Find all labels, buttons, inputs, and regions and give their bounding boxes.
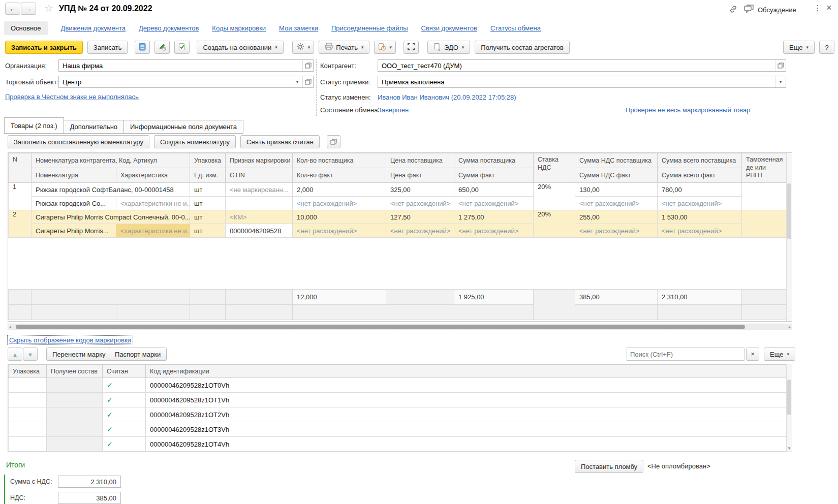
- get-aggregates-button[interactable]: Получить состав агрегатов: [475, 41, 569, 54]
- nav-link-marking-codes[interactable]: Коды маркировки: [212, 24, 266, 32]
- cell-vat-supplier[interactable]: 255,00: [575, 210, 658, 224]
- help-button[interactable]: ?: [819, 41, 834, 54]
- col-sum-supplier[interactable]: Сумма поставщика: [454, 153, 534, 168]
- cell-unit[interactable]: шт: [190, 224, 226, 238]
- nav-link-document-tree[interactable]: Дерево документов: [139, 24, 199, 32]
- cell-price-fact[interactable]: <нет расхождений>: [386, 197, 454, 210]
- cell-gtin[interactable]: [226, 197, 293, 210]
- cell-total-supplier[interactable]: 780,00: [658, 183, 742, 197]
- col-package[interactable]: Упаковка: [190, 153, 226, 168]
- col-gtin[interactable]: GTIN: [226, 168, 293, 183]
- open-form-icon[interactable]: [775, 60, 786, 71]
- panel-splitter[interactable]: [4, 333, 834, 333]
- more-button[interactable]: Еще ▾: [783, 41, 815, 54]
- honest-sign-check-link[interactable]: Проверка в Честном знаке не выполнялась: [5, 93, 139, 101]
- col-received-composition[interactable]: Получен состав: [47, 365, 103, 378]
- cell-received[interactable]: [47, 407, 103, 422]
- fill-matched-nomenclature-button[interactable]: Заполнить сопоставленную номенклатуру: [8, 135, 149, 148]
- search-input[interactable]: [630, 351, 741, 358]
- cell-sum-supplier[interactable]: 650,00: [454, 183, 534, 197]
- cell-package[interactable]: [9, 407, 47, 422]
- cell-code[interactable]: 00000046209528z1OT3Vh: [146, 422, 787, 437]
- trade-object-field[interactable]: Центр ▾: [58, 76, 314, 88]
- open-form-icon[interactable]: [327, 135, 340, 148]
- edo-button[interactable]: ЭДО ▾: [427, 41, 470, 54]
- col-marking-sign[interactable]: Признак маркировки: [226, 153, 293, 168]
- cell-vat-supplier[interactable]: 130,00: [575, 183, 658, 197]
- nav-link-my-notes[interactable]: Мои заметки: [279, 24, 318, 32]
- cell-code[interactable]: 00000046209528z1OT0Vh: [146, 378, 787, 393]
- cell-package[interactable]: [9, 437, 47, 452]
- marking-row[interactable]: ✓ 00000046209528z1OT0Vh: [9, 378, 787, 393]
- sum-with-vat-value[interactable]: 2 310,00: [58, 476, 121, 488]
- cell-received[interactable]: [47, 393, 103, 407]
- move-up-button[interactable]: ▲: [8, 348, 22, 361]
- back-button[interactable]: ←: [5, 3, 20, 15]
- goods-horizontal-scrollbar[interactable]: ◂ ▸: [8, 324, 792, 330]
- nav-link-document-relations[interactable]: Связи документов: [421, 24, 477, 32]
- col-nomenclature-group[interactable]: Номенклатура контрагента, Код, Артикул: [32, 153, 190, 168]
- cell-vat-rate[interactable]: 20%: [534, 183, 575, 210]
- col-scanned[interactable]: Считан: [103, 365, 146, 378]
- organization-field[interactable]: Наша фирма: [58, 59, 314, 72]
- cell-characteristic-selected[interactable]: <характеристики не и...: [116, 224, 190, 238]
- forward-button[interactable]: →: [21, 3, 36, 15]
- create-nomenclature-button[interactable]: Создать номенклатуру: [154, 135, 236, 148]
- move-down-button[interactable]: ▼: [23, 348, 38, 361]
- cell-code[interactable]: 00000046209528z1OT1Vh: [146, 393, 787, 407]
- goods-row-1-supplier[interactable]: 1 Рюкзак городской СофтБаланс, 00-000014…: [9, 183, 787, 197]
- cell-vat-fact[interactable]: <нет расхождений>: [575, 224, 658, 238]
- close-icon[interactable]: ×: [826, 3, 832, 13]
- col-sum-fact[interactable]: Сумма факт: [454, 168, 534, 183]
- cell-marking-sign[interactable]: <не маркированн...: [226, 183, 293, 197]
- cell-code[interactable]: 00000046209528z1OT2Vh: [146, 407, 787, 422]
- fullscreen-button[interactable]: [404, 41, 419, 54]
- col-qty-supplier[interactable]: Кол-во поставщика: [293, 153, 386, 168]
- cell-row-number[interactable]: 1: [9, 183, 32, 210]
- cell-package[interactable]: [9, 393, 47, 407]
- acceptance-status-field[interactable]: Приемка выполнена ▾: [378, 76, 786, 88]
- cell-package[interactable]: [9, 422, 47, 437]
- create-based-on-button[interactable]: Создать на основании ▾: [197, 41, 283, 54]
- col-package[interactable]: Упаковка: [9, 365, 47, 378]
- col-nomenclature[interactable]: Номенклатура: [32, 168, 116, 183]
- cell-vat-fact[interactable]: <нет расхождений>: [575, 197, 658, 210]
- cell-qty-supplier[interactable]: 10,000: [293, 210, 386, 224]
- cell-price-supplier[interactable]: 127,50: [386, 210, 454, 224]
- cell-vat-rate[interactable]: 20%: [534, 210, 575, 238]
- favorite-star-icon[interactable]: ☆: [44, 2, 53, 14]
- vat-value[interactable]: 385,00: [58, 492, 121, 504]
- cell-received[interactable]: [47, 378, 103, 393]
- tab-goods[interactable]: Товары (2 поз.): [4, 117, 64, 134]
- cell-sum-fact[interactable]: <нет расхождений>: [454, 197, 534, 210]
- col-characteristic[interactable]: Характеристика: [116, 168, 190, 183]
- link-icon[interactable]: [729, 5, 738, 15]
- cell-row-number[interactable]: 2: [9, 210, 32, 238]
- goods-row-2-fact[interactable]: Сигареты Philip Morris... <характеристик…: [9, 224, 787, 238]
- cell-price-fact[interactable]: <нет расхождений>: [386, 224, 454, 238]
- col-total-supplier[interactable]: Сумма всего поставщика: [658, 153, 742, 168]
- cell-scanned[interactable]: ✓: [103, 407, 146, 422]
- scrollbar-thumb[interactable]: [787, 380, 791, 415]
- nav-link-attached-files[interactable]: Присоединенные файлы: [331, 24, 408, 32]
- cell-characteristic[interactable]: <характеристики не и...: [116, 197, 190, 210]
- exchange-state-value[interactable]: Завершен: [378, 106, 409, 114]
- cell-received[interactable]: [47, 437, 103, 452]
- marking-row[interactable]: ✓ 00000046209528z1OT2Vh: [9, 407, 787, 422]
- cell-customs[interactable]: [742, 210, 787, 238]
- nav-tab-main[interactable]: Основное: [4, 21, 48, 35]
- col-price-fact[interactable]: Цена факт: [386, 168, 454, 183]
- scrollbar-thumb[interactable]: [787, 183, 791, 239]
- col-total-fact[interactable]: Сумма всего факт: [658, 168, 742, 183]
- cell-qty-fact[interactable]: <нет расхождений>: [293, 224, 386, 238]
- nav-link-exchange-statuses[interactable]: Статусы обмена: [490, 24, 541, 32]
- col-price-supplier[interactable]: Цена поставщика: [386, 153, 454, 168]
- menu-kebab-icon[interactable]: ⋮: [814, 4, 821, 13]
- marking-more-button[interactable]: Еще ▾: [764, 348, 795, 361]
- dropdown-arrow-icon[interactable]: ▾: [775, 76, 786, 87]
- hide-marking-codes-link[interactable]: Скрыть отображение кодов маркировки: [8, 336, 133, 344]
- cell-customs[interactable]: [742, 183, 787, 210]
- transfer-mark-button[interactable]: Перенести марку: [46, 348, 112, 361]
- open-form-icon[interactable]: [302, 76, 313, 87]
- cell-total-supplier[interactable]: 1 530,00: [658, 210, 742, 224]
